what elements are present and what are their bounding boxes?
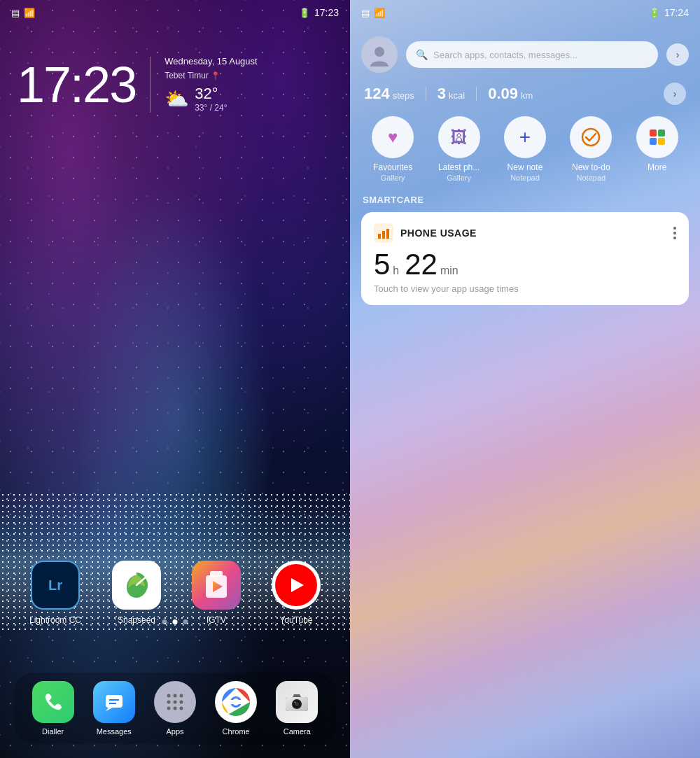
status-icons-right: ▤ 📶 [361, 8, 385, 18]
dock-messages[interactable]: Messages [93, 681, 135, 736]
quick-latest-photo[interactable]: 🖼 Latest ph... Gallery [434, 116, 484, 182]
weather-range: 33° / 24° [195, 103, 227, 113]
sim-icon-right: ▤ [361, 8, 370, 18]
wifi-icon: 📶 [24, 8, 35, 18]
kcal-label: kcal [449, 90, 465, 101]
quick-favourites[interactable]: ♥ Favourites Gallery [368, 116, 418, 182]
latest-photo-icon-circle: 🖼 [438, 116, 480, 158]
location-icon: 📍 [211, 71, 220, 80]
stat-sep-2 [476, 87, 477, 101]
km-label: km [521, 90, 533, 101]
svg-point-8 [173, 694, 176, 698]
clock-info: Wednesday, 15 August Tebet Timur 📍 ⛅ 32°… [164, 56, 258, 113]
status-right-area: 🔋 17:23 [299, 7, 339, 18]
chrome-svg [219, 685, 253, 719]
new-todo-title: New to-do [572, 162, 610, 172]
clock-time: 17:23 [17, 59, 136, 110]
usage-time-row: 5 h 22 min [374, 250, 676, 279]
kcal-stat: 3 kcal [438, 85, 465, 103]
svg-rect-30 [650, 129, 657, 136]
dock-camera[interactable]: Camera [276, 681, 318, 736]
youtube-label: YouTube [279, 615, 312, 625]
svg-rect-36 [386, 229, 389, 239]
usage-hours-label: h [393, 265, 399, 277]
search-placeholder: Search apps, contacts, messages... [433, 50, 578, 60]
svg-rect-34 [378, 234, 381, 239]
new-todo-icon-circle [570, 116, 612, 158]
chevron-right-icon: › [676, 49, 680, 60]
app-lightroom[interactable]: Lr Lightroom CC [29, 561, 81, 625]
app-igtv[interactable]: IGTV [192, 561, 241, 625]
snapseed-icon [112, 561, 161, 610]
dock-apps[interactable]: Apps [154, 681, 196, 736]
latest-photo-title: Latest ph... [438, 162, 479, 172]
igtv-svg [203, 570, 230, 601]
svg-rect-31 [658, 129, 665, 136]
user-row: 🔍 Search apps, contacts, messages... › [361, 36, 689, 73]
svg-rect-32 [650, 138, 657, 145]
status-bar-right: ▤ 📶 🔋 17:24 [350, 0, 700, 25]
steps-count: 124 [364, 85, 390, 103]
usage-more-dots[interactable] [673, 227, 676, 239]
weather-info: 32° 33° / 24° [195, 85, 227, 113]
svg-rect-33 [658, 138, 665, 145]
dialler-label: Dialler [42, 727, 64, 736]
quick-new-todo[interactable]: New to-do Notepad [566, 116, 616, 182]
quick-more[interactable]: More [632, 116, 682, 182]
app-grid: Lr Lightroom CC Snapseed [14, 561, 336, 625]
steps-label: steps [393, 90, 414, 101]
more-grid-svg [648, 127, 667, 147]
status-time-left: 17:23 [314, 7, 339, 18]
dock-chrome[interactable]: Chrome [215, 681, 257, 736]
weather-temp: 32° [195, 85, 227, 103]
more-title: More [648, 162, 666, 172]
new-note-title: New note [507, 162, 543, 172]
usage-card-header: PHONE USAGE [374, 223, 676, 243]
quick-new-note[interactable]: + New note Notepad [500, 116, 550, 182]
status-time-right: 17:24 [664, 7, 689, 18]
usage-hours: 5 [374, 250, 390, 279]
apps-grid-svg [164, 692, 186, 713]
svg-rect-35 [382, 231, 385, 239]
lightroom-label: Lightroom CC [29, 615, 81, 625]
page-dot-2[interactable] [173, 619, 178, 624]
igtv-icon [192, 561, 241, 610]
bar-chart-icon [374, 223, 393, 243]
svg-point-14 [173, 707, 176, 710]
search-bar[interactable]: 🔍 Search apps, contacts, messages... [406, 41, 658, 68]
chevron-right-button[interactable]: › [666, 43, 689, 66]
heart-icon: ♥ [388, 127, 398, 147]
dialler-icon [32, 681, 74, 723]
stats-chevron-button[interactable]: › [664, 83, 686, 105]
phone-usage-card[interactable]: PHONE USAGE 5 h 22 min Touch to view you… [361, 212, 689, 305]
page-dot-3[interactable] [183, 619, 188, 624]
kcal-count: 3 [438, 85, 446, 103]
svg-marker-4 [106, 708, 113, 711]
left-background [0, 0, 350, 758]
apps-label: Apps [166, 727, 183, 736]
clock-date: Wednesday, 15 August [164, 56, 258, 66]
weather-widget: ⛅ 32° 33° / 24° [164, 85, 258, 113]
dock-dialler[interactable]: Dialler [32, 681, 74, 736]
svg-point-15 [179, 707, 183, 710]
usage-description: Touch to view your app usage times [374, 283, 676, 294]
app-snapseed[interactable]: Snapseed [112, 561, 161, 625]
svg-point-12 [179, 701, 183, 704]
stats-chevron-icon: › [673, 88, 677, 99]
chrome-icon [215, 681, 257, 723]
smartcare-label: SMARTCARE [361, 195, 689, 205]
app-dock: Dialler Messages [14, 673, 336, 744]
battery-icon-right: 🔋 [649, 8, 660, 18]
quick-actions: ♥ Favourites Gallery 🖼 Latest ph... Gall… [361, 116, 689, 182]
svg-point-9 [179, 694, 183, 698]
svg-point-13 [167, 707, 170, 710]
weather-icon: ⛅ [164, 87, 189, 111]
stats-row: 124 steps 3 kcal 0.09 km › [361, 83, 689, 105]
camera-icon [276, 681, 318, 723]
page-dot-1[interactable] [162, 619, 167, 624]
status-icons-left: ▤ 📶 [11, 8, 35, 18]
youtube-icon [272, 561, 321, 610]
lightroom-icon: Lr [31, 561, 80, 610]
user-avatar[interactable] [361, 36, 398, 73]
app-youtube[interactable]: YouTube [272, 561, 321, 625]
